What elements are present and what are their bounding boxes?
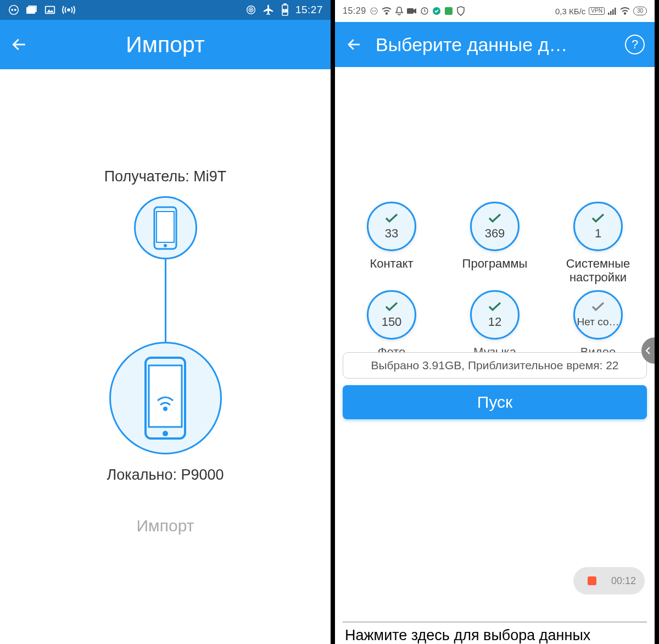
data-count: 150: [382, 315, 402, 329]
status-shield-icon: [456, 6, 465, 16]
svg-point-23: [375, 10, 375, 11]
status-sync-icon: [8, 4, 20, 16]
status-wifi2-icon: [620, 7, 630, 15]
selection-content: 33 Контакт 369 Программы 1 Системные нас…: [335, 67, 655, 644]
check-icon: [384, 213, 399, 225]
svg-point-7: [68, 9, 70, 11]
data-label: Контакт: [370, 257, 413, 270]
data-item-contacts[interactable]: 33: [367, 202, 416, 251]
status-files-icon: [25, 4, 38, 16]
data-item-settings[interactable]: 1: [573, 202, 623, 251]
svg-text:19: 19: [283, 8, 288, 13]
data-item-video[interactable]: Нет со…: [573, 290, 623, 340]
data-item-music[interactable]: 12: [470, 290, 520, 340]
data-count: 33: [385, 226, 398, 241]
status-bar-left: 19 15:27: [0, 0, 331, 20]
svg-rect-12: [284, 4, 286, 5]
recorder-time: 00:12: [611, 575, 636, 587]
svg-point-10: [250, 9, 252, 10]
svg-point-24: [386, 13, 387, 14]
status-sync2-icon: [370, 7, 378, 15]
data-label: Системные настройки: [549, 257, 647, 285]
data-count: 369: [485, 226, 505, 241]
svg-rect-4: [28, 5, 37, 12]
status-app1-icon: [432, 7, 441, 15]
svg-rect-18: [149, 365, 182, 427]
svg-point-20: [164, 408, 167, 410]
svg-rect-29: [445, 7, 453, 15]
app-bar-right: Выберите данные д… ?: [335, 22, 655, 67]
status-hotspot-icon: [62, 4, 76, 16]
svg-point-22: [372, 10, 373, 11]
bottom-hint[interactable]: Нажмите здесь для выбора данных: [343, 621, 647, 644]
selection-summary: Выбрано 3.91GB, Приблизительное время: 2…: [343, 352, 647, 379]
svg-rect-32: [612, 9, 614, 15]
check-icon: [384, 302, 399, 314]
import-button[interactable]: Импорт: [137, 517, 194, 535]
screen-recorder-pill[interactable]: 00:12: [573, 567, 645, 595]
svg-rect-31: [610, 11, 612, 15]
svg-rect-33: [615, 8, 616, 15]
status-cell-icon: [608, 7, 617, 15]
svg-point-0: [9, 5, 19, 15]
data-count: 12: [488, 315, 501, 329]
check-icon: [488, 213, 502, 225]
local-device-icon: [109, 342, 222, 454]
svg-point-21: [371, 8, 377, 14]
status-image-icon: [44, 4, 56, 16]
check-icon: [591, 213, 605, 225]
app-bar-left: Импорт: [0, 20, 331, 69]
svg-rect-15: [157, 212, 174, 242]
status-speed: 0,3 КБ/с: [555, 7, 585, 16]
import-content: Получатель: Mi9T Локально: P9000 Импорт: [0, 69, 331, 644]
status-wifi-icon: [382, 7, 392, 15]
status-time-right: 15:29: [343, 6, 366, 16]
recipient-label: Получатель: Mi9T: [104, 168, 227, 185]
status-camera-icon: [407, 7, 417, 15]
help-button[interactable]: ?: [625, 35, 645, 54]
status-target-icon: [245, 4, 257, 16]
data-count: 1: [595, 226, 601, 241]
status-battery-icon: 19: [280, 3, 290, 16]
app-title-left: Импорт: [126, 32, 204, 58]
svg-marker-26: [414, 8, 416, 14]
status-bar-right: 15:29: [335, 0, 655, 22]
status-vpn-badge: VPN: [589, 7, 605, 15]
recipient-device-icon: [134, 196, 197, 259]
svg-point-1: [12, 9, 13, 10]
app-title-right: Выберите данные д…: [376, 34, 625, 55]
check-icon: [591, 302, 605, 314]
svg-point-19: [163, 431, 168, 436]
connector-line: [165, 259, 166, 342]
data-label: Программы: [462, 257, 528, 270]
start-button[interactable]: Пуск: [343, 385, 647, 419]
status-airplane-icon: [263, 4, 275, 16]
svg-rect-25: [407, 8, 414, 14]
data-count: Нет со…: [577, 316, 619, 328]
status-bell-icon: [395, 6, 404, 16]
svg-marker-6: [47, 9, 54, 13]
status-clock-icon: [420, 7, 429, 15]
check-icon: [488, 302, 502, 314]
status-time-left: 15:27: [295, 4, 323, 16]
status-app2-icon: [444, 7, 453, 15]
data-grid: 33 Контакт 369 Программы 1 Системные нас…: [343, 202, 647, 359]
back-button-right[interactable]: [345, 35, 364, 54]
svg-point-2: [15, 9, 16, 10]
record-icon: [588, 576, 596, 585]
status-battery-right: 30: [633, 7, 647, 15]
data-item-apps[interactable]: 369: [470, 202, 520, 251]
data-item-photos[interactable]: 150: [367, 290, 416, 340]
svg-point-16: [164, 244, 167, 247]
back-button[interactable]: [10, 35, 29, 54]
local-label: Локально: P9000: [107, 467, 224, 484]
svg-point-34: [624, 13, 626, 14]
svg-rect-30: [608, 13, 610, 15]
